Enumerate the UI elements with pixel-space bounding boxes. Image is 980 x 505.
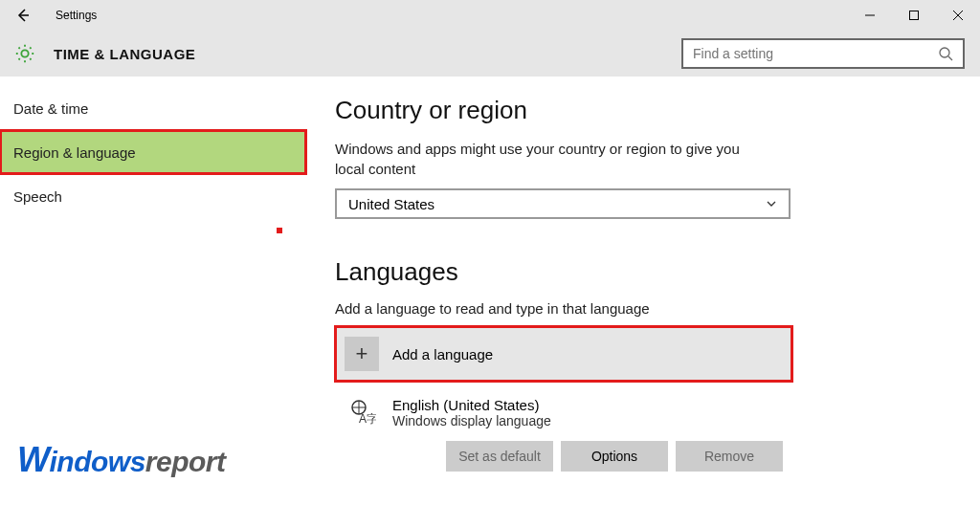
set-default-button[interactable]: Set as default: [446, 441, 553, 472]
minimize-icon: [865, 11, 875, 20]
back-button[interactable]: [0, 0, 46, 31]
add-language-label: Add a language: [392, 346, 493, 362]
remove-button[interactable]: Remove: [676, 441, 783, 472]
options-button[interactable]: Options: [561, 441, 668, 472]
svg-rect-0: [910, 11, 919, 20]
close-icon: [953, 11, 963, 20]
titlebar: Settings: [0, 0, 980, 31]
language-name: English (United States): [392, 397, 551, 413]
languages-heading: Languages: [335, 257, 951, 287]
country-select[interactable]: United States: [335, 188, 791, 219]
arrow-left-icon: [15, 8, 31, 23]
chevron-down-icon: [766, 198, 777, 209]
window-title: Settings: [56, 9, 97, 22]
sidebar-item-label: Date & time: [13, 100, 88, 117]
close-button[interactable]: [936, 0, 980, 31]
gear-icon: [13, 42, 36, 65]
minimize-button[interactable]: [848, 0, 892, 31]
maximize-button[interactable]: [892, 0, 936, 31]
window-controls: [848, 0, 980, 31]
country-heading: Country or region: [335, 96, 951, 125]
sidebar-item-speech[interactable]: Speech: [0, 174, 306, 218]
country-select-value: United States: [348, 196, 766, 212]
search-box[interactable]: [681, 38, 965, 69]
plus-icon: +: [345, 337, 379, 371]
sidebar-item-label: Speech: [13, 188, 62, 205]
maximize-icon: [909, 11, 919, 20]
content: Country or region Windows and apps might…: [306, 77, 980, 505]
language-subtitle: Windows display language: [392, 413, 551, 428]
sidebar-item-region-language[interactable]: Region & language: [0, 130, 306, 174]
search-icon: [938, 46, 953, 61]
country-description: Windows and apps might use your country …: [335, 139, 756, 179]
section-title: TIME & LANGUAGE: [54, 46, 195, 62]
language-icon: A字: [345, 395, 379, 429]
language-buttons: Set as default Options Remove: [345, 441, 783, 472]
language-item[interactable]: A字 English (United States) Windows displ…: [335, 385, 792, 472]
sidebar: Date & time Region & language Speech Win…: [0, 77, 306, 505]
header: TIME & LANGUAGE: [0, 31, 980, 77]
sidebar-item-date-time[interactable]: Date & time: [0, 86, 306, 130]
main: Date & time Region & language Speech Win…: [0, 77, 980, 505]
search-input[interactable]: [693, 46, 938, 61]
svg-point-1: [940, 48, 949, 57]
languages-description: Add a language to read and type in that …: [335, 298, 756, 318]
sidebar-item-label: Region & language: [13, 144, 136, 161]
svg-text:A字: A字: [359, 412, 376, 426]
annotation-dot: [277, 228, 282, 233]
add-language-button[interactable]: + Add a language: [335, 326, 792, 382]
watermark-logo: Windowsreport: [17, 440, 226, 480]
